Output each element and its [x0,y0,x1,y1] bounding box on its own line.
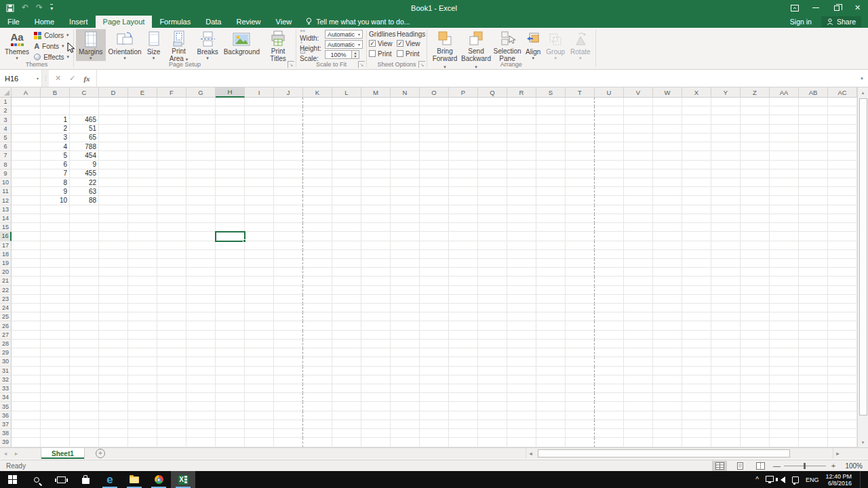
cell-M2[interactable] [361,106,391,115]
cell-C37[interactable] [70,420,99,429]
cell-G21[interactable] [186,277,216,285]
cell-R19[interactable] [507,259,536,268]
cell-F2[interactable] [157,106,186,115]
cell-Y29[interactable] [711,348,741,357]
cell-K14[interactable] [303,214,332,223]
cell-C15[interactable] [70,223,99,232]
cell-Z36[interactable] [741,411,770,420]
cell-AC13[interactable] [828,205,857,214]
cell-V22[interactable] [624,286,653,295]
selection-pane-button[interactable]: Selection Pane [492,29,523,61]
cell-B20[interactable] [41,268,70,277]
cell-V39[interactable] [624,438,653,447]
cell-M31[interactable] [361,367,391,375]
cell-B19[interactable] [41,259,70,268]
column-header-F[interactable]: F [157,87,186,98]
themes-button[interactable]: Aa Themes ▾ [2,29,32,61]
column-header-M[interactable]: M [361,87,391,98]
cell-C31[interactable] [70,367,99,375]
cell-X21[interactable] [682,277,711,285]
cell-Q17[interactable] [478,241,507,250]
cell-S6[interactable] [536,142,566,151]
cell-K15[interactable] [303,223,332,232]
cell-Y15[interactable] [711,223,741,232]
cell-S32[interactable] [536,375,566,384]
cell-A17[interactable] [12,241,41,250]
cell-N5[interactable] [391,134,420,142]
cell-G34[interactable] [186,393,216,402]
cell-T8[interactable] [566,161,595,169]
cell-AC7[interactable] [828,151,857,160]
cell-P13[interactable] [449,205,478,214]
cell-E14[interactable] [128,214,157,223]
cell-F32[interactable] [157,375,186,384]
cell-P2[interactable] [449,106,478,115]
cell-W18[interactable] [653,250,682,259]
cell-P30[interactable] [449,357,478,366]
cell-G25[interactable] [186,312,216,321]
new-sheet-button[interactable]: + [96,449,105,458]
cell-AA24[interactable] [770,304,799,312]
cell-L16[interactable] [332,232,361,241]
cell-K2[interactable] [303,106,332,115]
cell-T12[interactable] [566,196,595,205]
cell-J36[interactable] [274,411,303,420]
cell-L33[interactable] [332,384,361,393]
cell-E2[interactable] [128,106,157,115]
cell-T39[interactable] [566,438,595,447]
cell-U10[interactable] [595,178,624,187]
cell-J32[interactable] [274,375,303,384]
cell-S9[interactable] [536,169,566,178]
cell-F19[interactable] [157,259,186,268]
cell-Q2[interactable] [478,106,507,115]
cell-P27[interactable] [449,331,478,340]
cell-AA22[interactable] [770,286,799,295]
cell-H12[interactable] [216,196,245,205]
cell-Q34[interactable] [478,393,507,402]
cell-F23[interactable] [157,295,186,304]
cell-P10[interactable] [449,178,478,187]
cell-X22[interactable] [682,286,711,295]
cell-W27[interactable] [653,331,682,340]
cell-O13[interactable] [420,205,449,214]
cell-V34[interactable] [624,393,653,402]
cell-U15[interactable] [595,223,624,232]
cell-Z13[interactable] [741,205,770,214]
cell-C7[interactable]: 454 [70,151,99,160]
cell-AA2[interactable] [770,106,799,115]
cell-J10[interactable] [274,178,303,187]
cell-R28[interactable] [507,340,536,348]
cell-L3[interactable] [332,115,361,124]
cell-P26[interactable] [449,321,478,330]
column-header-C[interactable]: C [70,87,99,98]
cell-F28[interactable] [157,340,186,348]
cell-Y35[interactable] [711,402,741,411]
cell-I5[interactable] [245,134,274,142]
cell-B13[interactable] [41,205,70,214]
zoom-slider[interactable] [784,466,826,466]
cell-R2[interactable] [507,106,536,115]
cell-L9[interactable] [332,169,361,178]
cell-A11[interactable] [12,187,41,196]
select-all-corner[interactable] [0,87,12,98]
cell-H30[interactable] [216,357,245,366]
cell-A29[interactable] [12,348,41,357]
cell-S11[interactable] [536,187,566,196]
cell-AA6[interactable] [770,142,799,151]
cell-AC31[interactable] [828,367,857,375]
cell-J34[interactable] [274,393,303,402]
cell-X14[interactable] [682,214,711,223]
cell-Z15[interactable] [741,223,770,232]
cell-X19[interactable] [682,259,711,268]
cell-E31[interactable] [128,367,157,375]
cell-Q19[interactable] [478,259,507,268]
cell-N20[interactable] [391,268,420,277]
cell-M33[interactable] [361,384,391,393]
cell-L10[interactable] [332,178,361,187]
cell-W34[interactable] [653,393,682,402]
cell-Z18[interactable] [741,250,770,259]
cell-L2[interactable] [332,106,361,115]
cell-Q9[interactable] [478,169,507,178]
cell-M8[interactable] [361,161,391,169]
cell-K28[interactable] [303,340,332,348]
